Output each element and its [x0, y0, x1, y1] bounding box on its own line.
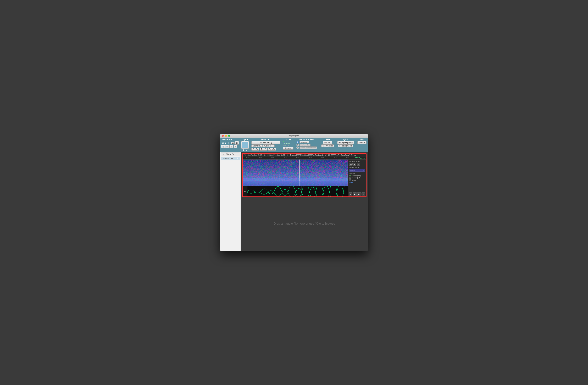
playback-controls-bottom: ⏮ ⏹ ▶ ⏸	[348, 186, 366, 196]
enh-label: ENH	[360, 138, 364, 141]
waveform-section: Waveform ⏮ ▶ ⏸ 1x ☰ 🔍 🔍 ⊞ ⟲	[220, 138, 240, 152]
play-btn[interactable]: ▶	[225, 141, 227, 144]
find-speaker-btn[interactable]: Find speaker	[299, 144, 311, 146]
t1-intersect-t2-btn[interactable]: T₁ ∩ T₂	[268, 148, 276, 151]
layout-grid-wrap: 1 × 2	[241, 141, 249, 151]
minimize-button[interactable]	[225, 135, 227, 137]
duration-display: 4m 1.8s	[360, 158, 365, 159]
optimize-tones[interactable]: Tones	[349, 179, 365, 181]
new-tier-section: New Tier Blank for editing Copy of T₁ In…	[250, 138, 281, 152]
time-marker-230: 02:30	[309, 157, 312, 158]
layout-grid[interactable]	[241, 141, 249, 149]
new-tier-label: New Tier	[252, 138, 280, 141]
copy-t1-btn[interactable]: Copy of T₁	[252, 144, 262, 147]
play-thumb-icon: ▶	[244, 190, 246, 193]
set-up-tiers-btn[interactable]: Set up tiers	[299, 141, 310, 143]
redaction-steps: ① Set up tiers ② Find speaker ③ Create r…	[296, 141, 317, 149]
right-panel: Dynamic range ◀ ▶ — Color scheme Specter…	[348, 160, 366, 186]
blank-editing-btn[interactable]: Blank for editing	[252, 141, 280, 144]
save-btn[interactable]: Save...	[283, 147, 294, 150]
dr-right-btn[interactable]: ▶	[353, 163, 356, 165]
close-button[interactable]	[222, 135, 224, 137]
playback-controls-header: ⏮ ▶ ⏸ 1x ☰	[221, 141, 239, 144]
layout-cell-br	[245, 145, 249, 148]
optimize-speech-nb[interactable]: Speech (NB)	[349, 177, 365, 179]
redaction-step2: ② Find speaker	[296, 144, 317, 146]
t1-minus-t2-btn[interactable]: T₁ − T₂	[260, 148, 267, 151]
optimize-speech-wb[interactable]: Speech (WB)	[349, 175, 365, 177]
duration-label: 4m 1.8s	[355, 157, 360, 159]
time-marker-300: 03:00	[321, 157, 325, 158]
waveform-strip: 2:11.11	[248, 186, 348, 196]
tones-label: Tones	[352, 179, 356, 181]
spectrogram-svg	[243, 160, 348, 186]
waveform-file-path: /Users/e29031/Desktop/2021SpaEngConvOmM1…	[290, 154, 356, 156]
sidebar-item-2-icon: 📄	[237, 158, 239, 159]
time-marker-200: 02:00	[296, 157, 300, 158]
color-scheme-dropdown-icon: ▼	[363, 169, 364, 171]
color-scheme-select[interactable]: Specter ▼	[349, 169, 365, 172]
sidebar-item-2[interactable]: ...nvOmM1_8k 📄	[221, 157, 240, 160]
pb-play-btn[interactable]: ▶	[357, 192, 361, 196]
layout-label: Layout	[241, 138, 249, 141]
redaction-label: Redaction Task	[296, 138, 317, 141]
zoom-reset-icon[interactable]: ⟲	[233, 145, 237, 148]
more-link[interactable]: more...	[349, 182, 365, 183]
speech-wb-radio[interactable]	[349, 175, 351, 177]
t1-plus-t2-btn[interactable]: T₁ + T₂	[252, 148, 259, 151]
server-load-label: Load 0%	[283, 144, 294, 146]
tones-radio[interactable]	[349, 179, 351, 181]
manage-keywords-btn[interactable]: Manage Keywords	[337, 141, 354, 144]
speech-wb-label: Speech (WB)	[352, 175, 361, 177]
dr-left-btn[interactable]: ◀	[349, 163, 353, 165]
zoom-out-icon[interactable]: 🔍	[225, 145, 229, 148]
waveform-strip-wrap: ▶	[243, 186, 366, 196]
dynamic-range-ctrl: ◀ ▶ —	[349, 163, 365, 165]
dr-extra-btn[interactable]: —	[357, 163, 360, 165]
zoom-in-icon[interactable]: 🔍	[221, 145, 225, 148]
qbe-label: QBE	[343, 138, 348, 141]
sidebar: ...n_150real_8k ...nvOmM1_8k 📄	[220, 152, 241, 251]
speech-nb-radio[interactable]	[349, 177, 351, 179]
redaction-step1: ① Set up tiers	[296, 141, 317, 143]
create-redacted-audio-btn[interactable]: Create redacted audio	[299, 146, 317, 149]
time-marker-130: 01:30	[284, 157, 287, 158]
menu-icon[interactable]: ☰	[235, 141, 239, 144]
layout-cell-tl	[242, 142, 245, 145]
redaction-section: Redaction Task ① Set up tiers ② Find spe…	[295, 138, 319, 152]
waveform-header: 2021SpaEngConvOmM1_8k~2022SpaEngConvOmM1…	[243, 154, 366, 157]
server-connected-icon: ✓	[283, 141, 284, 142]
sidebar-item-1-label: ...n_150real_8k	[222, 153, 234, 155]
pb-stop-btn[interactable]: ⏹	[353, 192, 357, 196]
pb-skip-start-btn[interactable]: ⏮	[349, 192, 352, 196]
new-tier-row1: Blank for editing	[252, 141, 280, 144]
zoom-fit-icon[interactable]: ⊞	[229, 145, 233, 148]
speed-label: 1x	[231, 142, 234, 144]
set-threshold-btn[interactable]: Set threshold	[321, 144, 334, 147]
speech-nb-label: Speech (NB)	[352, 177, 360, 179]
inverse-t1-btn[interactable]: Inverse of T₁	[262, 144, 274, 147]
spectrogram-wrapper: 4.0k 3.5k 3.0k 2.5k 2.0k 1.5k 1.0k 500 1…	[243, 160, 366, 186]
pause-btn[interactable]: ⏸	[228, 141, 231, 144]
drop-zone[interactable]: Drag an audio file here or use ⌘-o to br…	[242, 197, 367, 250]
time-cursor-label: 2:11.11	[295, 194, 300, 196]
optimize-label: Optimize for	[349, 173, 365, 174]
sidebar-item-1[interactable]: ...n_150real_8k	[221, 152, 240, 156]
skip-start-btn[interactable]: ⏮	[221, 141, 224, 144]
new-tier-row3: T₁ + T₂ T₁ − T₂ T₁ ∩ T₂	[252, 148, 280, 151]
play-thumbnail: ▶	[243, 186, 248, 196]
timeline: 00:00 00:30 01:00 01:30 02:00 02:30 03:0…	[243, 157, 366, 160]
layout-size-label: 1 × 2	[243, 149, 247, 151]
layout-section: Layout 1 × 2	[240, 138, 250, 152]
score-segments-btn[interactable]: Score segments	[338, 144, 353, 147]
waveform-label: Waveform	[221, 138, 232, 141]
qbe-section: QBE Manage Keywords Score segments	[336, 138, 355, 152]
playback-btns: ⏮ ⏹ ▶ ⏸	[349, 192, 365, 196]
redaction-step3: ③ Create redacted audio	[296, 146, 317, 149]
enhance-btn[interactable]: Enhance	[357, 141, 367, 144]
run-sad-btn[interactable]: Run SAD	[323, 141, 333, 144]
fullscreen-button[interactable]	[228, 135, 230, 137]
pb-pause-btn[interactable]: ⏸	[361, 192, 365, 196]
main-content: ...n_150real_8k ...nvOmM1_8k 📄 2021SpaEn…	[220, 152, 368, 251]
time-marker-100: 01:00	[271, 157, 275, 158]
